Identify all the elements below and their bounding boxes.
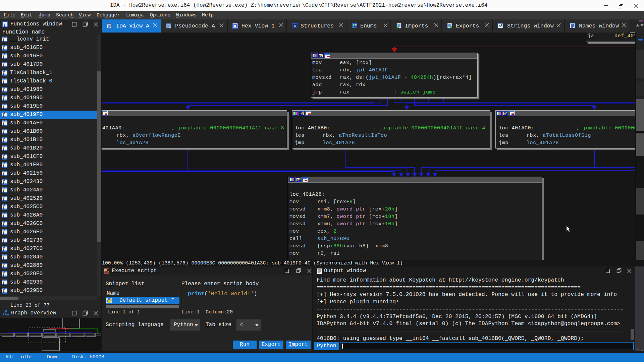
svg-text:s: s [499, 24, 501, 28]
svg-text:A: A [294, 24, 296, 28]
